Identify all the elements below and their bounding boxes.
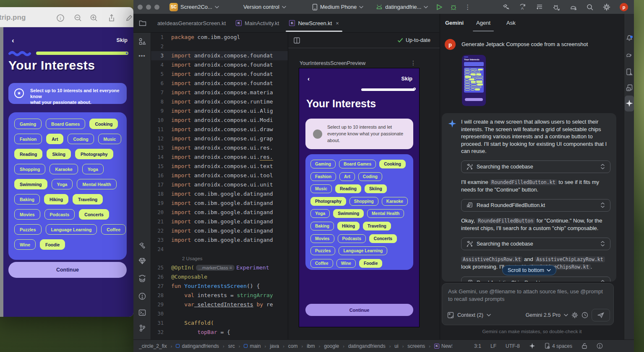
code-line[interactable]: 27fun YourInterestsScreen() {	[151, 282, 288, 291]
interest-chip[interactable]: Hiking	[337, 222, 360, 230]
interest-chip[interactable]: Mental Health	[367, 209, 404, 218]
interest-chip[interactable]: Traveling	[73, 194, 103, 204]
interest-chip[interactable]: Coffee	[101, 224, 126, 235]
interest-chip[interactable]: Yoga	[52, 179, 73, 189]
usages-hint[interactable]: 2 Usages	[151, 254, 288, 263]
user-avatar[interactable]: p	[620, 3, 628, 11]
gemini-settings-icon[interactable]	[571, 312, 578, 318]
breadcrumb-item[interactable]: screens	[407, 343, 425, 349]
code-line[interactable]: 6import androidx.compose.foundat	[151, 79, 288, 88]
interest-chip[interactable]: Music	[98, 134, 122, 144]
interest-chip[interactable]: Traveling	[363, 222, 391, 230]
interest-chip[interactable]: Cooking	[89, 119, 118, 129]
code-line[interactable]: 3import androidx.compose.foundat	[151, 51, 288, 60]
problems-icon[interactable]	[138, 292, 146, 300]
code-line[interactable]: 11import androidx.compose.ui.draw	[151, 125, 288, 134]
interest-chip[interactable]: Shopping	[14, 164, 45, 174]
code-line[interactable]: 19import com.ibm.google.datingand	[151, 199, 288, 208]
interest-chip[interactable]: Yoga	[310, 209, 330, 218]
gemini-sparkle-icon[interactable]	[625, 99, 633, 107]
interest-chip[interactable]: Karaoke	[382, 197, 408, 206]
code-line[interactable]: 10import androidx.compose.ui.Modi	[151, 116, 288, 125]
editor-tab-newscreen-kt[interactable]: KNewScreen.kt×	[284, 14, 344, 33]
code-line[interactable]: 20import com.ibm.google.datingand	[151, 208, 288, 217]
gradle-sync-icon[interactable]	[569, 3, 577, 11]
app-insights-icon[interactable]	[138, 275, 146, 282]
line-ending[interactable]: LF	[490, 343, 496, 349]
code-line[interactable]: 14import androidx.compose.ui.res.	[151, 153, 288, 162]
code-line[interactable]: 17import androidx.compose.ui.unit	[151, 180, 288, 189]
interest-chip[interactable]: Hiking	[44, 194, 68, 204]
interest-chip[interactable]: Coding	[68, 134, 94, 144]
interest-chip[interactable]: Fashion	[310, 172, 336, 181]
interest-chip[interactable]: Music	[310, 184, 332, 193]
interest-chip[interactable]: Reading	[14, 149, 42, 159]
code-line[interactable]: 31 Scaffold(	[151, 318, 288, 328]
interest-chip[interactable]: Foodie	[359, 259, 382, 268]
code-line[interactable]: 26@Composable	[151, 272, 288, 282]
interest-chip[interactable]: Swimming	[333, 209, 364, 218]
attach-image-icon[interactable]	[447, 312, 454, 318]
breadcrumb-item[interactable]: _circle_2_fix	[139, 343, 167, 349]
expand-collapse-icon[interactable]	[600, 280, 605, 282]
caret-position[interactable]: 3:1	[474, 343, 481, 349]
breadcrumb-item[interactable]: datingandfriends	[348, 343, 386, 349]
code-line[interactable]: 16import androidx.compose.ui.tool	[151, 171, 288, 180]
git-branch-icon[interactable]	[139, 324, 146, 332]
zoom-in-icon[interactable]	[90, 14, 98, 22]
tab-ask[interactable]: Ask	[503, 14, 519, 31]
ui-components-icon[interactable]	[138, 38, 146, 45]
rename-refactor-icon[interactable]: A	[519, 3, 527, 11]
interest-chip[interactable]: Baking	[310, 222, 334, 230]
indent-config[interactable]: 4 spaces	[545, 343, 572, 349]
more-run-options-icon[interactable]: ⋮	[464, 3, 471, 11]
interest-chip[interactable]: Gaming	[14, 119, 42, 129]
editor-tab-mainactivity-kt[interactable]: KMainActivity.kt	[231, 14, 284, 33]
interest-chip[interactable]: Podcasts	[338, 234, 366, 243]
interest-chip[interactable]: Concerts	[369, 234, 397, 243]
interest-chip[interactable]: Shopping	[349, 197, 378, 206]
interest-chip[interactable]: Puzzles	[14, 224, 42, 235]
interest-chip[interactable]: Board Games	[339, 160, 376, 168]
interest-chip[interactable]: Concerts	[79, 209, 109, 220]
code-line[interactable]: 8import androidx.compose.runtime	[151, 97, 288, 106]
continue-button[interactable]: Continue	[305, 304, 413, 316]
model-selector[interactable]: Gemini 2.5 Pro	[526, 312, 561, 318]
code-line[interactable]: 30	[151, 309, 288, 318]
code-line[interactable]: 24	[151, 245, 288, 254]
tool-call-card[interactable]: Read RoundedFilledButton.kt	[461, 199, 610, 212]
scroll-to-bottom-button[interactable]: Scroll to bottom	[502, 265, 556, 275]
tab-agent[interactable]: Agent	[473, 14, 494, 31]
history-icon[interactable]	[581, 312, 588, 318]
interest-chip[interactable]: Photography	[310, 197, 346, 206]
interest-chip[interactable]: Language Learning	[46, 224, 97, 235]
info-icon[interactable]: i	[56, 14, 65, 22]
code-line[interactable]: 21import com.ibm.google.datingand	[151, 217, 288, 226]
run-configuration-selector[interactable]: datingandfrie...	[376, 4, 428, 10]
interest-chip[interactable]: Language Learning	[339, 246, 387, 255]
close-tab-icon[interactable]: ×	[336, 20, 339, 26]
status-sparkle-icon[interactable]	[529, 343, 535, 349]
project-folder-icon[interactable]	[139, 20, 146, 26]
preview-kebab-icon[interactable]: ⋮	[410, 60, 416, 66]
interest-chip[interactable]: Swimming	[14, 179, 47, 189]
device-selector[interactable]: Medium Phone	[312, 4, 363, 10]
interest-chip[interactable]: Karaoke	[50, 164, 78, 174]
tool-call-card[interactable]: Searching the codebase	[461, 160, 610, 173]
interest-chip[interactable]: Skiing	[365, 184, 387, 193]
layout-inspector-icon[interactable]	[626, 84, 633, 91]
code-line[interactable]: 1package com.ibm.googl	[151, 33, 288, 42]
editor-tab-ateideasgeneratorscreen-kt[interactable]: ateIdeasGeneratorScreen.kt	[152, 14, 231, 33]
interest-chip[interactable]: Movies	[14, 209, 40, 220]
run-button[interactable]	[436, 4, 443, 10]
share-icon[interactable]	[107, 14, 116, 22]
more-tools-icon[interactable]: •••	[138, 53, 146, 59]
interest-chip[interactable]: Cooking	[379, 160, 406, 168]
interest-chip[interactable]: Photography	[75, 149, 113, 159]
interest-chip[interactable]: Gaming	[310, 160, 336, 168]
interest-chip[interactable]: Baking	[14, 194, 40, 204]
breadcrumb-item[interactable]: ui	[394, 343, 398, 349]
gem-icon[interactable]	[138, 258, 146, 264]
code-line[interactable]: 23import com.ibm.google.datingand	[151, 236, 288, 245]
profiler-icon[interactable]	[536, 3, 543, 11]
